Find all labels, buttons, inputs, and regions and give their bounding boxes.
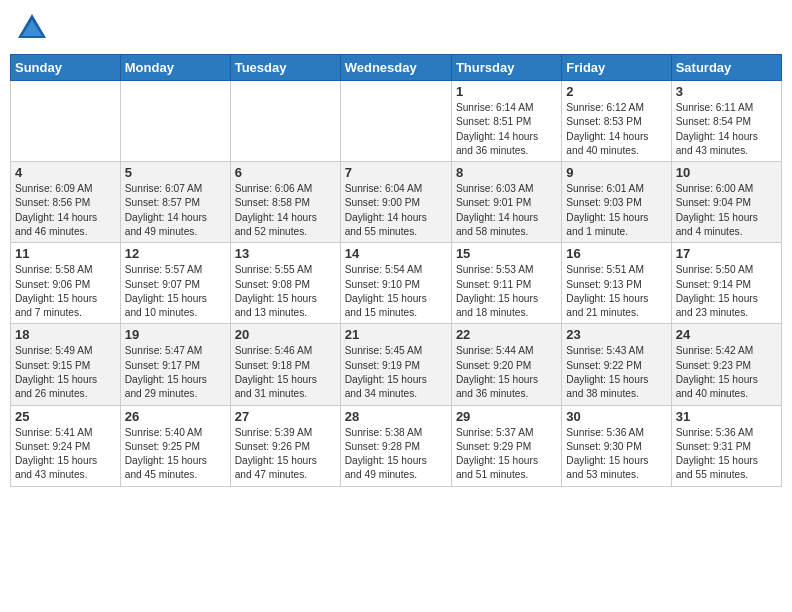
calendar-cell: 7Sunrise: 6:04 AM Sunset: 9:00 PM Daylig…	[340, 162, 451, 243]
calendar-cell	[11, 81, 121, 162]
calendar-week-row: 1Sunrise: 6:14 AM Sunset: 8:51 PM Daylig…	[11, 81, 782, 162]
calendar-cell: 31Sunrise: 5:36 AM Sunset: 9:31 PM Dayli…	[671, 405, 781, 486]
day-info: Sunrise: 5:49 AM Sunset: 9:15 PM Dayligh…	[15, 344, 116, 401]
col-header-thursday: Thursday	[451, 55, 561, 81]
calendar-cell: 6Sunrise: 6:06 AM Sunset: 8:58 PM Daylig…	[230, 162, 340, 243]
day-number: 3	[676, 84, 777, 99]
day-number: 2	[566, 84, 666, 99]
day-info: Sunrise: 5:57 AM Sunset: 9:07 PM Dayligh…	[125, 263, 226, 320]
calendar-cell: 2Sunrise: 6:12 AM Sunset: 8:53 PM Daylig…	[562, 81, 671, 162]
day-info: Sunrise: 5:36 AM Sunset: 9:31 PM Dayligh…	[676, 426, 777, 483]
day-info: Sunrise: 5:51 AM Sunset: 9:13 PM Dayligh…	[566, 263, 666, 320]
calendar-cell	[340, 81, 451, 162]
calendar-week-row: 18Sunrise: 5:49 AM Sunset: 9:15 PM Dayli…	[11, 324, 782, 405]
day-info: Sunrise: 5:54 AM Sunset: 9:10 PM Dayligh…	[345, 263, 447, 320]
day-number: 16	[566, 246, 666, 261]
day-info: Sunrise: 6:00 AM Sunset: 9:04 PM Dayligh…	[676, 182, 777, 239]
day-info: Sunrise: 6:12 AM Sunset: 8:53 PM Dayligh…	[566, 101, 666, 158]
calendar-cell: 3Sunrise: 6:11 AM Sunset: 8:54 PM Daylig…	[671, 81, 781, 162]
day-number: 17	[676, 246, 777, 261]
calendar-cell: 17Sunrise: 5:50 AM Sunset: 9:14 PM Dayli…	[671, 243, 781, 324]
calendar-week-row: 11Sunrise: 5:58 AM Sunset: 9:06 PM Dayli…	[11, 243, 782, 324]
day-number: 27	[235, 409, 336, 424]
day-info: Sunrise: 5:47 AM Sunset: 9:17 PM Dayligh…	[125, 344, 226, 401]
day-number: 30	[566, 409, 666, 424]
calendar-cell: 20Sunrise: 5:46 AM Sunset: 9:18 PM Dayli…	[230, 324, 340, 405]
calendar-cell: 16Sunrise: 5:51 AM Sunset: 9:13 PM Dayli…	[562, 243, 671, 324]
day-info: Sunrise: 5:58 AM Sunset: 9:06 PM Dayligh…	[15, 263, 116, 320]
day-number: 29	[456, 409, 557, 424]
calendar-cell	[120, 81, 230, 162]
calendar-cell: 19Sunrise: 5:47 AM Sunset: 9:17 PM Dayli…	[120, 324, 230, 405]
col-header-friday: Friday	[562, 55, 671, 81]
day-info: Sunrise: 5:46 AM Sunset: 9:18 PM Dayligh…	[235, 344, 336, 401]
day-number: 4	[15, 165, 116, 180]
day-number: 8	[456, 165, 557, 180]
header-row: SundayMondayTuesdayWednesdayThursdayFrid…	[11, 55, 782, 81]
day-info: Sunrise: 5:44 AM Sunset: 9:20 PM Dayligh…	[456, 344, 557, 401]
col-header-sunday: Sunday	[11, 55, 121, 81]
day-number: 7	[345, 165, 447, 180]
calendar-cell: 15Sunrise: 5:53 AM Sunset: 9:11 PM Dayli…	[451, 243, 561, 324]
col-header-monday: Monday	[120, 55, 230, 81]
day-info: Sunrise: 5:40 AM Sunset: 9:25 PM Dayligh…	[125, 426, 226, 483]
calendar-cell: 30Sunrise: 5:36 AM Sunset: 9:30 PM Dayli…	[562, 405, 671, 486]
day-info: Sunrise: 6:03 AM Sunset: 9:01 PM Dayligh…	[456, 182, 557, 239]
day-number: 28	[345, 409, 447, 424]
day-number: 24	[676, 327, 777, 342]
logo	[14, 10, 54, 46]
calendar-cell: 5Sunrise: 6:07 AM Sunset: 8:57 PM Daylig…	[120, 162, 230, 243]
col-header-saturday: Saturday	[671, 55, 781, 81]
calendar-cell: 18Sunrise: 5:49 AM Sunset: 9:15 PM Dayli…	[11, 324, 121, 405]
day-info: Sunrise: 5:42 AM Sunset: 9:23 PM Dayligh…	[676, 344, 777, 401]
day-number: 5	[125, 165, 226, 180]
calendar-week-row: 25Sunrise: 5:41 AM Sunset: 9:24 PM Dayli…	[11, 405, 782, 486]
day-number: 22	[456, 327, 557, 342]
day-info: Sunrise: 5:45 AM Sunset: 9:19 PM Dayligh…	[345, 344, 447, 401]
calendar-cell: 11Sunrise: 5:58 AM Sunset: 9:06 PM Dayli…	[11, 243, 121, 324]
day-number: 20	[235, 327, 336, 342]
calendar-table: SundayMondayTuesdayWednesdayThursdayFrid…	[10, 54, 782, 487]
day-number: 26	[125, 409, 226, 424]
day-number: 31	[676, 409, 777, 424]
day-number: 10	[676, 165, 777, 180]
day-info: Sunrise: 5:50 AM Sunset: 9:14 PM Dayligh…	[676, 263, 777, 320]
calendar-cell: 4Sunrise: 6:09 AM Sunset: 8:56 PM Daylig…	[11, 162, 121, 243]
day-number: 25	[15, 409, 116, 424]
page-header	[10, 10, 782, 46]
day-info: Sunrise: 6:09 AM Sunset: 8:56 PM Dayligh…	[15, 182, 116, 239]
day-info: Sunrise: 6:14 AM Sunset: 8:51 PM Dayligh…	[456, 101, 557, 158]
day-number: 1	[456, 84, 557, 99]
day-number: 23	[566, 327, 666, 342]
day-info: Sunrise: 5:36 AM Sunset: 9:30 PM Dayligh…	[566, 426, 666, 483]
calendar-cell: 10Sunrise: 6:00 AM Sunset: 9:04 PM Dayli…	[671, 162, 781, 243]
calendar-cell: 25Sunrise: 5:41 AM Sunset: 9:24 PM Dayli…	[11, 405, 121, 486]
calendar-cell	[230, 81, 340, 162]
calendar-cell: 12Sunrise: 5:57 AM Sunset: 9:07 PM Dayli…	[120, 243, 230, 324]
day-info: Sunrise: 6:07 AM Sunset: 8:57 PM Dayligh…	[125, 182, 226, 239]
calendar-week-row: 4Sunrise: 6:09 AM Sunset: 8:56 PM Daylig…	[11, 162, 782, 243]
day-info: Sunrise: 5:55 AM Sunset: 9:08 PM Dayligh…	[235, 263, 336, 320]
calendar-cell: 27Sunrise: 5:39 AM Sunset: 9:26 PM Dayli…	[230, 405, 340, 486]
day-info: Sunrise: 5:38 AM Sunset: 9:28 PM Dayligh…	[345, 426, 447, 483]
day-number: 9	[566, 165, 666, 180]
day-number: 12	[125, 246, 226, 261]
day-info: Sunrise: 6:11 AM Sunset: 8:54 PM Dayligh…	[676, 101, 777, 158]
day-info: Sunrise: 5:53 AM Sunset: 9:11 PM Dayligh…	[456, 263, 557, 320]
day-number: 15	[456, 246, 557, 261]
day-number: 13	[235, 246, 336, 261]
calendar-cell: 28Sunrise: 5:38 AM Sunset: 9:28 PM Dayli…	[340, 405, 451, 486]
calendar-cell: 24Sunrise: 5:42 AM Sunset: 9:23 PM Dayli…	[671, 324, 781, 405]
calendar-cell: 8Sunrise: 6:03 AM Sunset: 9:01 PM Daylig…	[451, 162, 561, 243]
day-number: 18	[15, 327, 116, 342]
day-number: 11	[15, 246, 116, 261]
col-header-tuesday: Tuesday	[230, 55, 340, 81]
calendar-cell: 14Sunrise: 5:54 AM Sunset: 9:10 PM Dayli…	[340, 243, 451, 324]
calendar-cell: 13Sunrise: 5:55 AM Sunset: 9:08 PM Dayli…	[230, 243, 340, 324]
day-number: 14	[345, 246, 447, 261]
day-number: 21	[345, 327, 447, 342]
calendar-cell: 21Sunrise: 5:45 AM Sunset: 9:19 PM Dayli…	[340, 324, 451, 405]
calendar-cell: 26Sunrise: 5:40 AM Sunset: 9:25 PM Dayli…	[120, 405, 230, 486]
day-info: Sunrise: 5:41 AM Sunset: 9:24 PM Dayligh…	[15, 426, 116, 483]
calendar-cell: 23Sunrise: 5:43 AM Sunset: 9:22 PM Dayli…	[562, 324, 671, 405]
